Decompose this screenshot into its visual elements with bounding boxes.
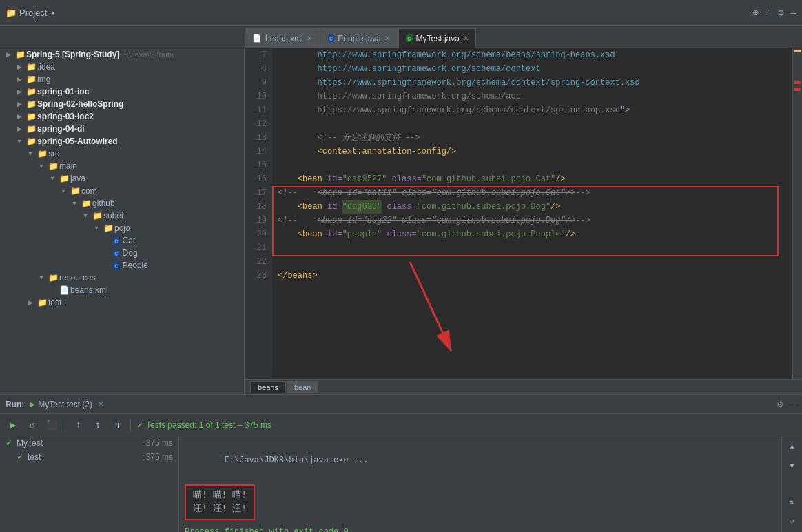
main-area: ▶ 📁 Spring-5 [Spring-Study] F:\Java\Gith… (0, 48, 802, 394)
right-side-buttons: ▲ ▼ ⇅ ↩ (781, 436, 802, 532)
sidebar-item-test[interactable]: ▶ 📁 test (0, 296, 244, 309)
sidebar-label-people: People (123, 260, 148, 270)
code-line-23: </beans> (278, 269, 792, 283)
scroll-up-button[interactable]: ▲ (785, 439, 800, 454)
run-button[interactable]: ▶ (6, 418, 21, 433)
folder-icon-resources: 📁 (47, 273, 59, 283)
folder-icon-spring04: 📁 (25, 124, 37, 134)
settings-icon[interactable]: ⚙ (778, 7, 783, 19)
run-settings-icon[interactable]: ⚙ (777, 400, 784, 409)
code-line-7: http://www.springframework.org/schema/be… (278, 48, 792, 62)
sort-button[interactable]: ↕ (71, 418, 86, 433)
sidebar-label-spring5: Spring-5 [Spring-Study] (26, 50, 119, 59)
run-minimize-icon[interactable]: — (788, 400, 796, 409)
expand-button[interactable]: ⇅ (110, 418, 125, 433)
line-num-16: 16 (245, 172, 267, 186)
folder-icon-spring03: 📁 (25, 112, 37, 121)
java-file-icon-mytest: c (406, 34, 413, 42)
test-item-mytest[interactable]: ✓ MyTest 375 ms (0, 436, 178, 450)
pass-check-icon: ✓ (136, 420, 143, 430)
right-gutter (792, 48, 802, 379)
line-num-14: 14 (245, 145, 267, 158)
java-icon-dog: c (113, 249, 120, 257)
code-line-17: <!-- <bean id="cat11" class="com.github.… (278, 186, 792, 200)
sidebar-item-spring01[interactable]: ▶ 📁 spring-01-ioc (0, 85, 244, 98)
bottom-content: ✓ MyTest 375 ms ✓ test 375 ms F:\Java\JD… (0, 436, 802, 532)
code-line-14: <context:annotation-config/> (278, 145, 792, 158)
sidebar-item-img[interactable]: ▶ 📁 img (0, 73, 244, 85)
tree-arrow-idea: ▶ (14, 63, 25, 70)
sidebar-item-src[interactable]: ▼ 📁 src (0, 147, 244, 160)
tree-arrow-resources: ▼ (36, 274, 47, 281)
tab-mytest-java-label: MyTest.java (416, 34, 460, 43)
run-label: Run: (6, 400, 24, 409)
dropdown-arrow-icon: ▼ (50, 10, 56, 17)
tab-mytest-java-close[interactable]: ✕ (463, 34, 469, 42)
sidebar-label-beans-xml: beans.xml (70, 285, 108, 295)
minimize-icon[interactable]: — (791, 8, 796, 19)
sidebar-item-github[interactable]: ▼ 📁 github (0, 197, 244, 209)
sidebar-item-resources[interactable]: ▼ 📁 resources (0, 272, 244, 284)
gutter-mark-2 (794, 81, 801, 84)
sidebar-item-com[interactable]: ▼ 📁 com (0, 185, 244, 197)
editor-area: 7 8 9 10 11 12 13 14 15 16 17 18 19 20 2… (245, 48, 802, 394)
tab-beans-xml-close[interactable]: ✕ (307, 34, 312, 42)
code-line-20: <bean id="people" class="com.github.sube… (278, 227, 792, 241)
wrap-button[interactable]: ↩ (785, 514, 800, 529)
tab-beans-xml[interactable]: 📄 beans.xml ✕ (245, 28, 320, 48)
sidebar-item-spring5[interactable]: ▶ 📁 Spring-5 [Spring-Study] F:\Java\Gith… (0, 48, 244, 61)
tab-people-java-close[interactable]: ✕ (384, 34, 390, 42)
process-finished-line: Process finished with exit code 0 (185, 526, 776, 532)
split-icon[interactable]: ÷ (765, 8, 771, 19)
sidebar-item-spring04[interactable]: ▶ 📁 spring-04-di (0, 123, 244, 135)
folder-icon-spring01: 📁 (25, 87, 37, 96)
stop-button[interactable]: ⬛ (44, 418, 59, 433)
sidebar-label-spring01: spring-01-ioc (37, 87, 89, 96)
run-tab-close[interactable]: ✕ (98, 400, 103, 408)
sidebar-item-spring02[interactable]: ▶ 📁 Spring-02-helloSpring (0, 98, 244, 110)
sort-az-button[interactable]: ⇅ (785, 495, 800, 510)
run-tab-mytest[interactable]: ▶ MyTest.test (2) (30, 400, 92, 409)
line-num-20: 20 (245, 227, 267, 241)
line-num-10: 10 (245, 90, 267, 103)
sidebar-item-subei[interactable]: ▼ 📁 subei (0, 209, 244, 222)
tab-people-java[interactable]: c People.java ✕ (320, 28, 398, 48)
run-icons: ⚙ — (777, 400, 796, 409)
filter-button[interactable]: ↧ (90, 418, 105, 433)
sidebar: ▶ 📁 Spring-5 [Spring-Study] F:\Java\Gith… (0, 48, 245, 394)
rerun-button[interactable]: ↺ (25, 418, 40, 433)
sidebar-item-idea[interactable]: ▶ 📁 .idea (0, 61, 244, 73)
sidebar-item-java[interactable]: ▼ 📁 java (0, 172, 244, 185)
editor-tab-bean[interactable]: bean (287, 381, 318, 393)
editor-content: 7 8 9 10 11 12 13 14 15 16 17 18 19 20 2… (245, 48, 802, 379)
editor-tab-beans[interactable]: beans (250, 381, 286, 393)
project-dropdown[interactable]: 📁 Project ▼ (6, 8, 56, 18)
line-num-12: 12 (245, 117, 267, 131)
code-area[interactable]: http://www.springframework.org/schema/be… (272, 48, 792, 379)
scroll-down-button[interactable]: ▼ (785, 458, 800, 473)
sidebar-item-beans-xml[interactable]: 📄 beans.xml (0, 284, 244, 296)
sidebar-item-spring03[interactable]: ▶ 📁 spring-03-ioc2 (0, 110, 244, 123)
sidebar-label-img: img (37, 74, 50, 84)
sidebar-item-cat[interactable]: c Cat (0, 234, 244, 247)
globe-icon[interactable]: ⊕ (752, 7, 758, 19)
line-num-21: 21 (245, 241, 267, 255)
folder-icon-src: 📁 (36, 149, 48, 158)
tree-arrow-pojo: ▼ (91, 225, 102, 232)
line-num-7: 7 (245, 48, 267, 62)
sidebar-item-main[interactable]: ▼ 📁 main (0, 160, 244, 172)
project-label-text: Project (19, 8, 47, 18)
tree-arrow-spring02: ▶ (14, 101, 25, 108)
line-numbers: 7 8 9 10 11 12 13 14 15 16 17 18 19 20 2… (245, 48, 272, 379)
folder-icon-idea: 📁 (25, 62, 37, 72)
line-num-11: 11 (245, 103, 267, 117)
sidebar-item-pojo[interactable]: ▼ 📁 pojo (0, 222, 244, 234)
sidebar-item-spring05[interactable]: ▼ 📁 spring-05-Autowired (0, 135, 244, 147)
gutter-mark-3 (794, 88, 801, 91)
tab-mytest-java[interactable]: c MyTest.java ✕ (398, 28, 476, 48)
sidebar-label-pojo: pojo (114, 223, 130, 233)
sidebar-item-people[interactable]: c People (0, 259, 244, 272)
test-item-test[interactable]: ✓ test 375 ms (0, 450, 178, 464)
sidebar-item-dog[interactable]: c Dog (0, 247, 244, 259)
sidebar-label-test: test (48, 298, 61, 307)
